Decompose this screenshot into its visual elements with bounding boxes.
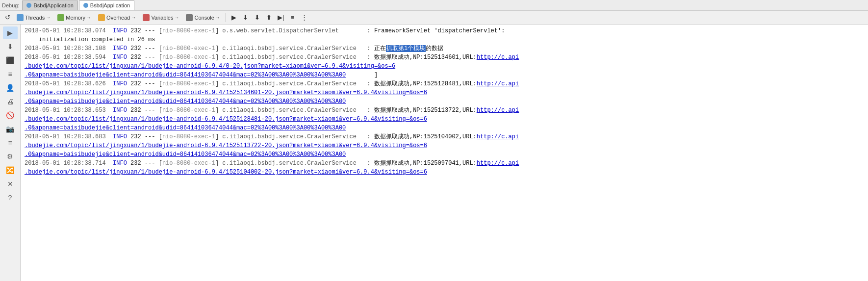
console-arrow: → <box>215 15 220 20</box>
log-link-4-1[interactable]: http://c.api <box>477 80 519 87</box>
log-link-4-2[interactable]: .budejie.com/topic/list/jingxuan/1/budej… <box>25 89 427 96</box>
log-line-3-2: .budejie.com/topic/list/jingxuan/1/budej… <box>21 62 868 71</box>
overhead-button[interactable]: Overhead → <box>95 12 139 23</box>
log-line-1-2: initialization completed in 26 ms <box>21 35 868 44</box>
log-line-4-2: .budejie.com/topic/list/jingxuan/1/budej… <box>21 88 868 97</box>
menu-sidebar-button[interactable]: ≡ <box>3 68 18 80</box>
refresh-button[interactable]: ↺ <box>2 12 13 23</box>
log-line-6-1: 2018-05-01 10:28:38.683 INFO 232 --- [ni… <box>21 132 868 141</box>
tab-icon-2 <box>83 3 88 8</box>
main-layout: ▶ ⬇ ⬛ ≡ 👤 🖨 🚫 📷 ≡ ⚙ 🔀 ✕ ? 2018-05-01 10:… <box>0 25 868 281</box>
log-line-7-1: 2018-05-01 10:28:38.714 INFO 232 --- [ni… <box>21 159 868 168</box>
run-to-cursor-button[interactable]: ▶| <box>276 12 286 23</box>
log-link-7-2[interactable]: .budejie.com/topic/list/jingxuan/1/budej… <box>25 169 427 176</box>
tab-label-1: BsbdjApplication <box>33 2 73 8</box>
log-entry-4: 2018-05-01 10:28:38.626 INFO 232 --- [ni… <box>21 79 868 106</box>
close-sidebar-button[interactable]: ✕ <box>3 178 18 190</box>
log-entry-7: 2018-05-01 10:28:38.714 INFO 232 --- [ni… <box>21 159 868 177</box>
variables-label: Variables <box>151 15 173 21</box>
log-line-6-3: .0&appname=baisibudejie&client=android&u… <box>21 150 868 159</box>
log-entry-3: 2018-05-01 10:28:38.594 INFO 232 --- [ni… <box>21 53 868 79</box>
log-link-5-1[interactable]: http://c.api <box>477 107 519 114</box>
memory-label: Memory <box>66 15 85 21</box>
console-icon <box>186 14 193 21</box>
log-link-3-3[interactable]: .0&appname=baisibudejie&client=android&u… <box>25 72 346 78</box>
threads-label: Threads <box>25 15 45 21</box>
console-area[interactable]: 2018-05-01 10:28:38.074 INFO 232 --- [ni… <box>21 25 868 281</box>
log-link-7-1[interactable]: http://c.api <box>477 160 519 167</box>
toolbar-separator <box>226 13 226 22</box>
log-line-5-3: .0&appname=baisibudejie&client=android&u… <box>21 124 868 132</box>
variables-icon <box>143 14 150 21</box>
log-line-3-3: .0&appname=baisibudejie&client=android&u… <box>21 71 868 79</box>
print-sidebar-button[interactable]: 🖨 <box>3 95 18 108</box>
overhead-label: Overhead <box>106 15 130 21</box>
console-label: Console <box>194 15 214 21</box>
log-line-4-3: .0&appname=baisibudejie&client=android&u… <box>21 97 868 106</box>
shuffle-sidebar-button[interactable]: 🔀 <box>3 164 18 177</box>
console-button[interactable]: Console → <box>183 12 223 23</box>
tab-bsbdj-2[interactable]: BsbdjApplication <box>79 0 134 10</box>
log-link-3-1[interactable]: http://c.api <box>477 54 519 61</box>
log-link-5-3[interactable]: .0&appname=baisibudejie&client=android&u… <box>25 125 346 131</box>
log-line-5-2: .budejie.com/topic/list/jingxuan/1/budej… <box>21 115 868 124</box>
log-link-6-1[interactable]: http://c.api <box>477 133 519 140</box>
log-line-5-1: 2018-05-01 10:28:38.653 INFO 232 --- [ni… <box>21 106 868 115</box>
resume-button[interactable]: ▶ <box>229 12 239 23</box>
variables-button[interactable]: Variables → <box>140 12 182 23</box>
user-sidebar-button[interactable]: 👤 <box>3 81 18 94</box>
log-entry-2: 2018-05-01 10:28:38.108 INFO 232 --- [ni… <box>21 44 868 53</box>
evaluate-button[interactable]: ≡ <box>287 12 298 23</box>
variables-arrow: → <box>174 15 179 20</box>
threads-button[interactable]: Threads → <box>14 12 53 23</box>
list-sidebar-button[interactable]: ≡ <box>3 136 18 149</box>
log-line-6-2: .budejie.com/topic/list/jingxuan/1/budej… <box>21 141 868 150</box>
frames-button[interactable]: ⋮ <box>299 12 310 23</box>
log-entry-5: 2018-05-01 10:28:38.653 INFO 232 --- [ni… <box>21 106 868 132</box>
step-out-button[interactable]: ⬆ <box>264 12 275 23</box>
memory-icon <box>57 14 64 21</box>
tab-bsbdj-1[interactable]: BsbdjApplication <box>22 0 77 10</box>
settings-sidebar-button[interactable]: ⚙ <box>3 150 18 163</box>
log-entry-1: 2018-05-01 10:28:38.074 INFO 232 --- [ni… <box>21 26 868 44</box>
log-line-4-1: 2018-05-01 10:28:38.626 INFO 232 --- [ni… <box>21 79 868 88</box>
log-link-6-3[interactable]: .0&appname=baisibudejie&client=android&u… <box>25 151 346 158</box>
threads-icon <box>17 14 24 21</box>
debug-bar: Debug: BsbdjApplication BsbdjApplication <box>0 0 868 11</box>
down-sidebar-button[interactable]: ⬇ <box>3 40 18 53</box>
step-over-button[interactable]: ⬇ <box>240 12 251 23</box>
log-line-2-1: 2018-05-01 10:28:38.108 INFO 232 --- [ni… <box>21 44 868 53</box>
stop-sidebar-button[interactable]: ⬛ <box>3 54 18 67</box>
highlight-text: 抓取第1个模块 <box>386 45 426 52</box>
overhead-icon <box>98 14 105 21</box>
log-line-3-1: 2018-05-01 10:28:38.594 INFO 232 --- [ni… <box>21 53 868 62</box>
log-link-4-3[interactable]: .0&appname=baisibudejie&client=android&u… <box>25 98 346 105</box>
log-entry-6: 2018-05-01 10:28:38.683 INFO 232 --- [ni… <box>21 132 868 159</box>
tab-label-2: BsbdjApplication <box>90 2 130 8</box>
log-link-6-2[interactable]: .budejie.com/topic/list/jingxuan/1/budej… <box>25 142 427 149</box>
step-into-button[interactable]: ⬇ <box>252 12 263 23</box>
threads-arrow: → <box>46 15 51 20</box>
tab-icon-1 <box>26 3 31 8</box>
overhead-arrow: → <box>131 15 136 20</box>
sidebar: ▶ ⬇ ⬛ ≡ 👤 🖨 🚫 📷 ≡ ⚙ 🔀 ✕ ? <box>0 25 21 281</box>
log-link-3-2[interactable]: .budejie.com/topic/list/jingxuan/1/budej… <box>25 63 395 70</box>
memory-arrow: → <box>86 15 91 20</box>
play-sidebar-button[interactable]: ▶ <box>3 26 18 39</box>
help-sidebar-button[interactable]: ? <box>3 191 18 204</box>
block-sidebar-button[interactable]: 🚫 <box>3 109 18 122</box>
memory-button[interactable]: Memory → <box>54 12 94 23</box>
toolbar: ↺ Threads → Memory → Overhead → Variable… <box>0 11 868 25</box>
log-link-5-2[interactable]: .budejie.com/topic/list/jingxuan/1/budej… <box>25 116 427 123</box>
debug-label: Debug: <box>2 2 19 8</box>
log-line-1-1: 2018-05-01 10:28:38.074 INFO 232 --- [ni… <box>21 26 868 35</box>
log-line-7-2: .budejie.com/topic/list/jingxuan/1/budej… <box>21 168 868 177</box>
camera-sidebar-button[interactable]: 📷 <box>3 123 18 135</box>
